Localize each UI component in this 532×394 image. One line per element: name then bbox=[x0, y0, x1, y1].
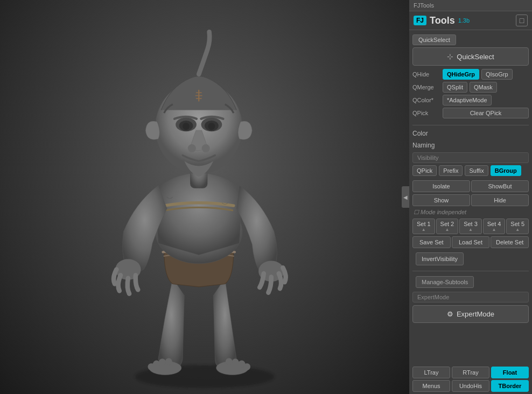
svg-point-22 bbox=[188, 144, 196, 152]
panel-titlebar: FJTools bbox=[409, 0, 532, 11]
hide-button[interactable]: Hide bbox=[471, 194, 529, 206]
clear-qpick-button[interactable]: Clear QPick bbox=[443, 108, 529, 118]
set2-button[interactable]: Set 2 ▲ bbox=[436, 219, 459, 234]
divider-1 bbox=[412, 125, 529, 125]
float-button[interactable]: Float bbox=[491, 367, 529, 378]
qhide-label: QHide bbox=[412, 71, 440, 78]
bottom-toolbar: LTray RTray Float Menus UndoHis TBorder bbox=[409, 364, 532, 394]
panel-title-text: FJTools bbox=[414, 2, 434, 9]
svg-point-20 bbox=[183, 123, 190, 130]
set1-button[interactable]: Set 1 ▲ bbox=[412, 219, 435, 234]
load-set-button[interactable]: Load Set bbox=[452, 236, 490, 248]
invert-visibility-container: InvertVisibility bbox=[409, 249, 532, 269]
show-hide-row: Show Hide bbox=[409, 193, 532, 207]
quickselect-button[interactable]: ⊹ QuickSelect bbox=[412, 47, 529, 66]
set-actions-row: Save Set Load Set Delete Set bbox=[409, 235, 532, 249]
rtray-button[interactable]: RTray bbox=[452, 367, 489, 378]
panel-resize-handle[interactable]: ◀ bbox=[402, 186, 409, 208]
svg-point-21 bbox=[208, 123, 215, 130]
expertmode-bar[interactable]: ExpertMode bbox=[412, 292, 529, 302]
svg-point-8 bbox=[238, 361, 245, 368]
fjtools-title: Tools bbox=[430, 15, 455, 26]
invert-visibility-button[interactable]: InvertVisibility bbox=[416, 252, 464, 265]
manage-subtools-container: Manage-Subtools bbox=[409, 273, 532, 291]
qsplit-button[interactable]: QSplit bbox=[443, 82, 467, 93]
svg-point-6 bbox=[165, 358, 172, 365]
visibility-options-row: QPick Prefix Suffix BGroup bbox=[409, 164, 532, 177]
visibility-bar[interactable]: Visibility bbox=[412, 152, 529, 163]
qisogrp-button[interactable]: QIsoGrp bbox=[481, 69, 513, 80]
fjtools-logo: FJ Tools 1.3b bbox=[414, 15, 470, 26]
qcolor-label: QColor* bbox=[412, 97, 440, 103]
set1-arrow-up: ▲ bbox=[414, 227, 433, 232]
fjtools-icon-button[interactable]: □ bbox=[516, 15, 528, 26]
bottom-row-2: Menus UndoHis TBorder bbox=[412, 380, 529, 392]
qmask-button[interactable]: QMask bbox=[470, 82, 497, 93]
svg-point-23 bbox=[202, 144, 210, 152]
set5-button[interactable]: Set 5 ▲ bbox=[506, 219, 529, 234]
isolate-showbut-row: Isolate ShowBut bbox=[409, 179, 532, 193]
tborder-button[interactable]: TBorder bbox=[491, 380, 529, 392]
qhidegrp-button[interactable]: QHideGrp bbox=[443, 69, 479, 80]
ltray-button[interactable]: LTray bbox=[412, 367, 450, 378]
undohis-button[interactable]: UndoHis bbox=[452, 380, 489, 392]
qmerge-label: QMerge bbox=[412, 84, 440, 90]
expertmode-button[interactable]: ⚙ ExpertMode bbox=[412, 305, 529, 323]
fjtools-version: 1.3b bbox=[458, 17, 470, 24]
delete-set-button[interactable]: Delete Set bbox=[491, 236, 529, 248]
set4-arrow-up: ▲ bbox=[485, 227, 504, 232]
cursor-icon: ⊹ bbox=[447, 52, 453, 61]
vis-qpick-button[interactable]: QPick bbox=[412, 165, 437, 176]
adaptivemode-button[interactable]: *AdaptiveMode bbox=[443, 95, 492, 105]
bgroup-button[interactable]: BGroup bbox=[491, 165, 521, 176]
set3-button[interactable]: Set 3 ▲ bbox=[459, 219, 482, 234]
isolate-button[interactable]: Isolate bbox=[412, 180, 470, 192]
set2-arrow-up: ▲ bbox=[438, 227, 457, 232]
sets-row: Set 1 ▲ Set 2 ▲ Set 3 ▲ Set 4 ▲ Set 5 ▲ bbox=[409, 217, 532, 235]
qpick-label: QPick bbox=[412, 110, 440, 116]
show-button[interactable]: Show bbox=[412, 194, 470, 206]
qpick-row: QPick Clear QPick bbox=[412, 108, 529, 118]
naming-header[interactable]: Naming bbox=[409, 139, 532, 151]
quickselect-section: QuickSelect ⊹ QuickSelect QHide QHideGrp… bbox=[409, 32, 532, 123]
set3-arrow-up: ▲ bbox=[461, 227, 480, 232]
prefix-button[interactable]: Prefix bbox=[439, 165, 463, 176]
bottom-row-1: LTray RTray Float bbox=[412, 367, 529, 378]
mode-independent-label: ☐ Mode independet bbox=[409, 207, 532, 217]
model-viewport[interactable] bbox=[0, 0, 409, 394]
showbut-button[interactable]: ShowBut bbox=[471, 180, 529, 192]
color-header[interactable]: Color bbox=[409, 128, 532, 139]
qhide-row: QHide QHideGrp QIsoGrp bbox=[412, 69, 529, 80]
qmerge-row: QMerge QSplit QMask bbox=[412, 82, 529, 93]
fj-badge: FJ bbox=[414, 16, 426, 25]
right-panel: FJTools FJ Tools 1.3b □ QuickSelect ⊹ Qu… bbox=[409, 0, 532, 394]
viewport: ◀ bbox=[0, 0, 409, 394]
suffix-button[interactable]: Suffix bbox=[465, 165, 488, 176]
svg-point-5 bbox=[159, 358, 166, 365]
save-set-button[interactable]: Save Set bbox=[412, 236, 451, 248]
fjtools-header: FJ Tools 1.3b □ bbox=[409, 11, 532, 30]
svg-point-10 bbox=[226, 358, 233, 365]
qcolor-row: QColor* *AdaptiveMode bbox=[412, 95, 529, 105]
set4-button[interactable]: Set 4 ▲ bbox=[483, 219, 506, 234]
divider-2 bbox=[412, 271, 529, 271]
gear-icon: ⚙ bbox=[447, 310, 453, 318]
set5-arrow-up: ▲ bbox=[508, 227, 527, 232]
quickselect-tab[interactable]: QuickSelect bbox=[412, 34, 456, 45]
svg-point-9 bbox=[232, 358, 239, 365]
menus-button[interactable]: Menus bbox=[412, 380, 450, 392]
manage-subtools-button[interactable]: Manage-Subtools bbox=[416, 276, 474, 288]
troll-model bbox=[0, 0, 409, 394]
